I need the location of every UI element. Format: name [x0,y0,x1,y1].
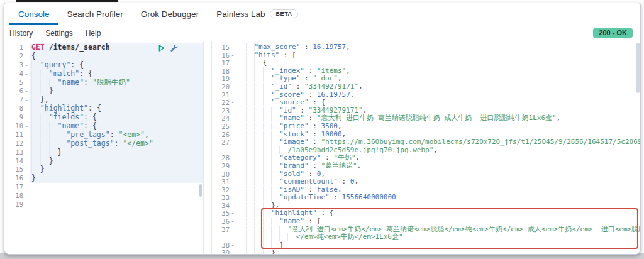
code-text: "意大利 进口<em>牛奶</em> 葛兰纳诺<em>脱脂</em>纯<em>牛… [236,226,640,234]
response-viewer-lines: 15 "max_score" : 16.19757,16- "hits" : [… [212,41,640,254]
response-scrollbar-thumb[interactable] [636,43,640,93]
code-line: 10- "name": { [4,122,203,131]
response-status-badge: 200 - OK [593,28,633,38]
code-line: 28 "category" : "牛奶", [212,154,640,162]
fold-marker[interactable]: - [230,52,236,60]
code-line: 29 "brand" : "葛兰纳诺", [212,162,640,170]
line-number: 9 [4,113,23,122]
menu-help[interactable]: Help [86,29,101,38]
fold-spacer [23,131,30,140]
fold-marker[interactable]: - [230,59,236,67]
tab-painless-lab[interactable]: Painless LabBETA [208,3,307,25]
code-line: 8- "highlight": { [4,104,203,113]
code-line: 9- "fields": { [4,113,203,122]
fold-spacer [230,194,236,202]
line-number-gutter: 25 [212,123,236,131]
line-number: 24 [212,114,230,123]
fold-marker[interactable]: - [23,70,30,79]
line-number-gutter: 15- [4,165,30,174]
fold-marker[interactable]: - [230,209,236,218]
code-text: "_score" : 16.19757, [236,91,640,99]
fold-spacer [230,107,236,115]
line-number-gutter: 33 [212,194,236,202]
code-line: 27 "image" : "https://m.360buyimg.com/mo… [212,138,640,146]
code-line: </em>纯<em>牛奶</em>1Lx6盒" [212,233,640,241]
menu-history[interactable]: History [9,29,33,38]
code-text: "highlight": { [30,104,203,113]
fold-spacer [230,67,236,75]
code-text: "brand" : "葛兰纳诺", [236,162,640,170]
tab-console[interactable]: Console [9,3,58,25]
line-number-gutter: 10- [4,122,30,131]
code-line: 39- } [212,249,640,254]
fold-marker[interactable]: - [23,87,30,96]
dev-tools-window: ConsoleSearch ProfilerGrok DebuggerPainl… [4,3,641,255]
code-line: 35- "highlight" : { [212,209,640,218]
fold-marker[interactable]: - [23,61,30,70]
code-text: }, [236,202,640,210]
fold-spacer [230,146,236,155]
line-number-gutter: 39- [212,249,236,254]
code-text: /1a05e9bdd2c5d59e.jpg!q70.jpg.webp", [236,146,640,155]
fold-marker[interactable]: - [230,99,236,107]
line-number: 28 [212,154,230,162]
line-number: 29 [212,162,230,170]
tab-grok-debugger[interactable]: Grok Debugger [132,3,208,25]
fold-spacer [230,91,236,99]
fold-marker[interactable]: - [230,202,236,210]
line-number: 5 [4,79,23,87]
line-number-gutter: 18 [212,67,236,75]
code-text: "id" : "33449279171", [236,107,640,115]
line-number-gutter: 36- [212,218,236,226]
tab-search-profiler[interactable]: Search Profiler [58,3,132,25]
line-number: 14 [4,157,23,166]
fold-marker[interactable]: - [23,122,30,131]
fold-marker[interactable]: - [23,165,30,174]
request-actions [157,44,178,52]
code-line: 18 [4,192,203,201]
line-number-gutter: 23 [212,107,236,115]
code-line: 11 "pre_tags": "<em>", [4,131,203,140]
code-text [30,201,203,209]
line-number-gutter: 26 [212,131,236,139]
fold-marker[interactable]: - [23,52,30,61]
line-number-gutter: 6- [4,87,30,96]
menu-settings[interactable]: Settings [45,29,72,38]
code-text [30,192,203,201]
request-editor[interactable]: 1GET /items/_search2-{3- "query": {4- "m… [4,41,204,254]
code-text: "_id" : "33449279171", [236,83,640,91]
fold-marker[interactable]: - [230,218,236,226]
code-text: "fields": { [30,113,203,122]
fold-marker[interactable]: - [23,148,30,157]
editor-scrollbar-thumb[interactable] [199,184,202,197]
line-number-gutter: 19 [4,201,30,209]
fold-marker[interactable]: - [23,104,30,113]
screenshot: ConsoleSearch ProfilerGrok DebuggerPainl… [0,0,644,259]
fold-marker[interactable]: - [23,174,30,183]
line-number: 17 [4,183,23,192]
fold-marker[interactable]: - [23,96,30,104]
code-text: "name" : "意大利 进口牛奶 葛兰纳诺脱脂纯牛奶 成人牛奶 进口脱脂纯牛… [236,114,640,123]
send-request-play-icon[interactable] [157,44,165,52]
line-number: 23 [212,107,230,115]
fold-spacer [230,75,236,83]
fold-spacer [23,183,30,192]
fold-spacer [230,226,236,234]
line-number: 25 [212,123,230,131]
code-text: } [30,174,203,183]
line-number-gutter: 4- [4,70,30,79]
code-text: "post_tags": "</em>" [30,140,203,148]
wrench-icon[interactable] [170,44,178,52]
secondary-menu: HistorySettingsHelp [9,29,101,38]
editor-split: 1GET /items/_search2-{3- "query": {4- "m… [4,41,640,254]
fold-marker[interactable]: - [23,157,30,166]
pane-divider[interactable] [204,41,212,254]
fold-marker[interactable]: - [230,241,236,250]
fold-marker[interactable]: - [23,113,30,122]
line-number: 18 [212,67,230,75]
fold-spacer [230,178,236,186]
code-line: 15- } [4,165,203,174]
code-line: 16- "hits" : [ [212,52,640,60]
code-line: 2-{ [4,52,203,61]
fold-marker[interactable]: - [230,249,236,254]
